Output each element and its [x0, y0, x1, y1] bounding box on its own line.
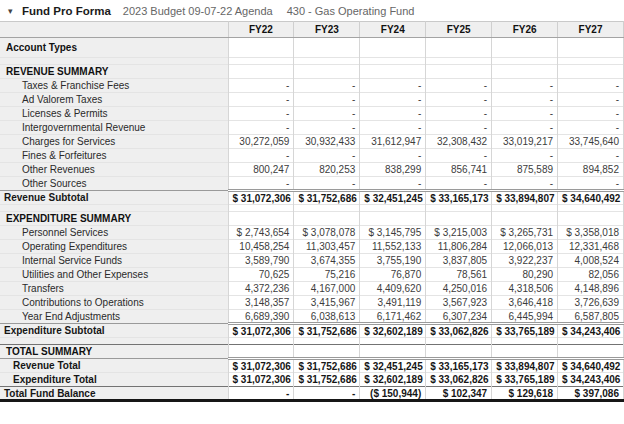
value-cell[interactable]: $ 3,265,731	[492, 226, 558, 240]
value-cell[interactable]: $ 34,640,492	[558, 191, 624, 205]
value-cell[interactable]: $ 32,451,245	[360, 359, 426, 373]
value-cell[interactable]: -	[558, 149, 624, 163]
value-cell[interactable]	[360, 345, 426, 359]
value-cell[interactable]: 4,148,896	[558, 282, 624, 296]
column-header-fy22[interactable]: FY22	[228, 22, 294, 38]
value-cell[interactable]: -	[360, 149, 426, 163]
value-cell[interactable]: $ 33,765,189	[492, 324, 558, 338]
value-cell[interactable]: 30,272,059	[228, 135, 294, 149]
row-label[interactable]: Utilities and Other Expenses	[0, 268, 228, 282]
value-cell[interactable]	[294, 58, 360, 65]
value-cell[interactable]	[228, 338, 294, 345]
row-label[interactable]: Personnel Services	[0, 226, 228, 240]
value-cell[interactable]: 4,372,236	[228, 282, 294, 296]
value-cell[interactable]	[228, 58, 294, 65]
value-cell[interactable]: -	[294, 79, 360, 93]
value-cell[interactable]: 12,066,013	[492, 240, 558, 254]
value-cell[interactable]: -	[228, 107, 294, 121]
value-cell[interactable]: -	[228, 93, 294, 107]
value-cell[interactable]: 3,674,355	[294, 254, 360, 268]
value-cell[interactable]: $ 33,165,173	[426, 359, 492, 373]
value-cell[interactable]: -	[492, 149, 558, 163]
value-cell[interactable]: $ 31,072,306	[228, 324, 294, 338]
value-cell[interactable]: -	[294, 93, 360, 107]
value-cell[interactable]	[228, 345, 294, 359]
value-cell[interactable]: $ 3,145,795	[360, 226, 426, 240]
row-label[interactable]: Total Fund Balance	[0, 387, 228, 401]
row-label[interactable]: Transfers	[0, 282, 228, 296]
value-cell[interactable]: 6,171,462	[360, 310, 426, 324]
value-cell[interactable]	[426, 65, 492, 79]
row-label[interactable]: Expenditure Subtotal	[0, 324, 228, 338]
value-cell[interactable]	[360, 38, 426, 58]
value-cell[interactable]: $ 32,602,189	[360, 324, 426, 338]
value-cell[interactable]: -	[558, 93, 624, 107]
row-label[interactable]: Contributions to Operations	[0, 296, 228, 310]
row-label[interactable]: REVENUE SUMMARY	[0, 65, 228, 79]
row-label[interactable]: EXPENDITURE SUMMARY	[0, 212, 228, 226]
value-cell[interactable]: -	[228, 387, 294, 401]
row-label[interactable]: Taxes & Franchise Fees	[0, 79, 228, 93]
value-cell[interactable]: 33,745,640	[558, 135, 624, 149]
column-header-fy26[interactable]: FY26	[492, 22, 558, 38]
value-cell[interactable]	[558, 58, 624, 65]
value-cell[interactable]: 6,445,994	[492, 310, 558, 324]
value-cell[interactable]	[558, 38, 624, 58]
value-cell[interactable]: 838,299	[360, 163, 426, 177]
value-cell[interactable]: -	[228, 149, 294, 163]
value-cell[interactable]: $ 3,215,003	[426, 226, 492, 240]
value-cell[interactable]: 6,689,390	[228, 310, 294, 324]
value-cell[interactable]: $ 102,347	[426, 387, 492, 401]
row-label[interactable]: Fines & Forfeitures	[0, 149, 228, 163]
value-cell[interactable]: 33,019,217	[492, 135, 558, 149]
value-cell[interactable]: -	[360, 79, 426, 93]
value-cell[interactable]: -	[294, 121, 360, 135]
value-cell[interactable]: $ 129,618	[492, 387, 558, 401]
value-cell[interactable]: $ 34,640,492	[558, 359, 624, 373]
value-cell[interactable]: 820,253	[294, 163, 360, 177]
value-cell[interactable]: 11,806,284	[426, 240, 492, 254]
value-cell[interactable]: -	[228, 79, 294, 93]
value-cell[interactable]: $ 31,752,686	[294, 359, 360, 373]
value-cell[interactable]: 6,307,234	[426, 310, 492, 324]
row-label[interactable]: Ad Valorem Taxes	[0, 93, 228, 107]
value-cell[interactable]: 82,056	[558, 268, 624, 282]
value-cell[interactable]: 4,318,506	[492, 282, 558, 296]
value-cell[interactable]: $ 33,165,173	[426, 191, 492, 205]
value-cell[interactable]: -	[492, 107, 558, 121]
value-cell[interactable]	[492, 65, 558, 79]
value-cell[interactable]: 3,567,923	[426, 296, 492, 310]
value-cell[interactable]: -	[558, 107, 624, 121]
value-cell[interactable]: 12,331,468	[558, 240, 624, 254]
value-cell[interactable]	[426, 58, 492, 65]
value-cell[interactable]	[228, 65, 294, 79]
value-cell[interactable]: -	[294, 149, 360, 163]
value-cell[interactable]	[294, 212, 360, 226]
value-cell[interactable]: -	[426, 121, 492, 135]
column-header-fy24[interactable]: FY24	[360, 22, 426, 38]
column-header-fy23[interactable]: FY23	[294, 22, 360, 38]
value-cell[interactable]	[558, 205, 624, 212]
value-cell[interactable]: 75,216	[294, 268, 360, 282]
value-cell[interactable]	[426, 205, 492, 212]
value-cell[interactable]: 80,290	[492, 268, 558, 282]
value-cell[interactable]: $ 33,765,189	[492, 373, 558, 387]
value-cell[interactable]: -	[360, 177, 426, 191]
value-cell[interactable]: $ 33,894,807	[492, 359, 558, 373]
value-cell[interactable]: 10,458,254	[228, 240, 294, 254]
value-cell[interactable]: 76,870	[360, 268, 426, 282]
row-label[interactable]: Charges for Services	[0, 135, 228, 149]
value-cell[interactable]	[426, 38, 492, 58]
value-cell[interactable]	[294, 65, 360, 79]
value-cell[interactable]: 800,247	[228, 163, 294, 177]
value-cell[interactable]: $ 31,072,306	[228, 359, 294, 373]
value-cell[interactable]: 70,625	[228, 268, 294, 282]
value-cell[interactable]: -	[426, 79, 492, 93]
value-cell[interactable]	[360, 212, 426, 226]
value-cell[interactable]	[294, 38, 360, 58]
value-cell[interactable]: 894,852	[558, 163, 624, 177]
value-cell[interactable]: -	[426, 107, 492, 121]
row-label[interactable]: Other Revenues	[0, 163, 228, 177]
row-label[interactable]: Revenue Total	[0, 359, 228, 373]
row-label[interactable]: Other Sources	[0, 177, 228, 191]
